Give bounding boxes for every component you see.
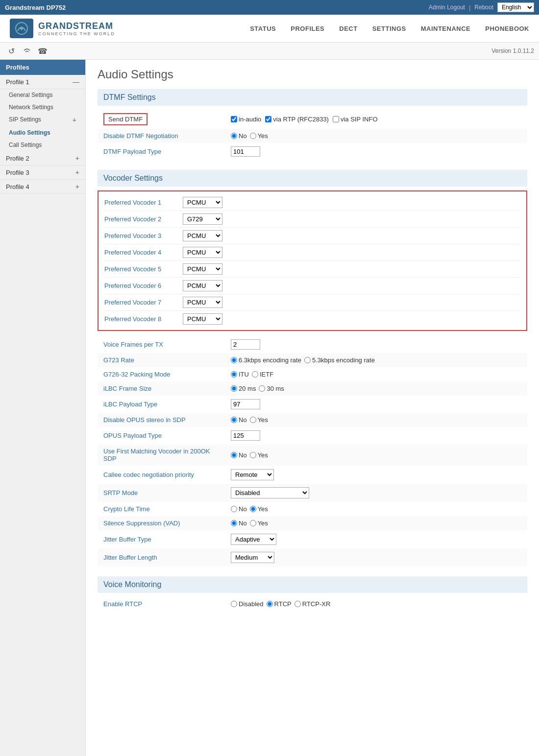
- ilbc-30ms-radio[interactable]: [259, 385, 265, 392]
- callee-codec-select[interactable]: Remote Local: [231, 469, 274, 480]
- sidebar-sub-call[interactable]: Call Settings: [0, 139, 85, 151]
- silence-no-label[interactable]: No: [231, 520, 247, 527]
- jitter-length-select[interactable]: Low Medium High: [231, 552, 274, 563]
- sidebar-sub-network[interactable]: Network Settings: [0, 101, 85, 114]
- sidebar-item-profile4[interactable]: Profile 4 +: [0, 180, 85, 194]
- reboot-link[interactable]: Reboot: [474, 4, 493, 11]
- g723-rate-radios: 6.3kbps encoding rate 5.3kbps encoding r…: [231, 356, 521, 364]
- g723-6kbps-label[interactable]: 6.3kbps encoding rate: [231, 356, 301, 364]
- content: Audio Settings DTMF Settings Send DTMF: [86, 60, 539, 756]
- vocoder-box: Preferred Vocoder 1 PCMUG729G722G723iLBC…: [98, 190, 527, 331]
- nav-settings[interactable]: SETTINGS: [372, 25, 406, 32]
- nav-maintenance[interactable]: MAINTENANCE: [421, 25, 471, 32]
- admin-logout-link[interactable]: Admin Logout: [429, 4, 465, 11]
- vocoder-row-3: Preferred Vocoder 3 PCMUG729G722: [104, 228, 520, 244]
- disable-opus-yes-label[interactable]: Yes: [250, 416, 268, 424]
- profile1-label: Profile 1: [6, 78, 29, 86]
- icons-bar: ↺ ☎ Version 1.0.11.2: [0, 43, 539, 60]
- rtcp-rtcpxr-radio[interactable]: [294, 601, 301, 607]
- srtp-mode-row: SRTP Mode Disabled Enabled but not force…: [98, 484, 527, 502]
- g726-ietf-radio[interactable]: [252, 371, 258, 378]
- language-select[interactable]: English Chinese: [497, 2, 534, 12]
- g726-itu-label[interactable]: ITU: [231, 371, 249, 378]
- in-audio-checkbox[interactable]: [231, 116, 237, 122]
- vocoder-select-2[interactable]: PCMUG729G722G723iLBCOPUS: [183, 213, 222, 225]
- refresh-icon[interactable]: ↺: [5, 45, 18, 57]
- vocoder-select-1[interactable]: PCMUG729G722G723iLBCOPUS: [183, 197, 222, 208]
- ilbc-payload-input[interactable]: [231, 399, 260, 409]
- nav-dect[interactable]: DECT: [339, 25, 357, 32]
- sidebar: Profiles Profile 1 — General Settings Ne…: [0, 60, 86, 756]
- vocoder-select-4[interactable]: PCMUG729G722: [183, 247, 222, 258]
- sidebar-item-profile1[interactable]: Profile 1 —: [0, 75, 85, 89]
- disable-opus-yes-radio[interactable]: [250, 417, 256, 423]
- rtcp-disabled-radio[interactable]: [231, 601, 237, 607]
- ilbc-30ms-label[interactable]: 30 ms: [259, 385, 284, 392]
- profile1-collapse-icon: —: [73, 78, 79, 86]
- dtmf-payload-input[interactable]: [231, 146, 260, 157]
- sidebar-item-profile3[interactable]: Profile 3 +: [0, 165, 85, 180]
- jitter-type-select[interactable]: Adaptive Fixed: [231, 534, 276, 545]
- profile3-label: Profile 3: [6, 169, 29, 176]
- g726-itu-radio[interactable]: [231, 371, 237, 378]
- crypto-no-label[interactable]: No: [231, 505, 247, 513]
- disable-opus-no-label[interactable]: No: [231, 416, 247, 424]
- ilbc-20ms-radio[interactable]: [231, 385, 237, 392]
- nav-phonebook[interactable]: PHONEBOOK: [485, 25, 529, 32]
- via-rtp-checkbox[interactable]: [265, 116, 271, 122]
- disable-neg-yes-radio[interactable]: [250, 133, 256, 139]
- rtcp-disabled-label[interactable]: Disabled: [231, 600, 264, 608]
- vocoder-select-5[interactable]: PCMUG729G722: [183, 263, 222, 275]
- via-rtp-checkbox-label[interactable]: via RTP (RFC2833): [265, 116, 329, 123]
- ilbc-20ms-label[interactable]: 20 ms: [231, 385, 256, 392]
- g726-packing-row: G726-32 Packing Mode ITU IETF: [98, 367, 527, 381]
- phone-icon[interactable]: ☎: [36, 45, 49, 57]
- crypto-yes-radio[interactable]: [250, 506, 256, 512]
- top-bar: Grandstream DP752 Admin Logout | Reboot …: [0, 0, 539, 15]
- vocoder-select-8[interactable]: PCMUG729G722: [183, 313, 222, 325]
- silence-yes-label[interactable]: Yes: [250, 520, 268, 527]
- g723-5kbps-label[interactable]: 5.3kbps encoding rate: [304, 356, 375, 364]
- disable-opus-row: Disable OPUS stereo in SDP No Yes: [98, 413, 527, 427]
- disable-neg-yes-label[interactable]: Yes: [250, 132, 268, 140]
- nav-status[interactable]: STATUS: [250, 25, 276, 32]
- sidebar-sub-general[interactable]: General Settings: [0, 89, 85, 101]
- vocoder-select-3[interactable]: PCMUG729G722: [183, 230, 222, 241]
- sidebar-sub-sip[interactable]: SIP Settings +: [0, 114, 85, 127]
- via-sip-checkbox-label[interactable]: via SIP INFO: [333, 116, 378, 123]
- disable-opus-no-radio[interactable]: [231, 417, 237, 423]
- top-bar-title: Grandstream DP752: [5, 4, 66, 11]
- vocoder-row-2: Preferred Vocoder 2 PCMUG729G722G723iLBC…: [104, 211, 520, 228]
- sidebar-sub-audio[interactable]: Audio Settings: [0, 127, 85, 139]
- signal-icon[interactable]: [21, 45, 33, 57]
- g726-ietf-label[interactable]: IETF: [252, 371, 273, 378]
- silence-no-radio[interactable]: [231, 520, 237, 526]
- voice-frames-input[interactable]: [231, 339, 260, 350]
- disable-neg-no-label[interactable]: No: [231, 132, 247, 140]
- sidebar-item-profile2[interactable]: Profile 2 +: [0, 151, 85, 165]
- send-dtmf-button[interactable]: Send DTMF: [103, 113, 147, 125]
- crypto-yes-label[interactable]: Yes: [250, 505, 268, 513]
- g723-5kbps-radio[interactable]: [304, 357, 311, 363]
- rtcp-rtcp-radio[interactable]: [267, 601, 273, 607]
- rtcp-rtcpxr-label[interactable]: RTCP-XR: [294, 600, 331, 608]
- in-audio-checkbox-label[interactable]: in-audio: [231, 116, 261, 123]
- use-first-no-radio[interactable]: [231, 452, 237, 458]
- vocoder-select-6[interactable]: PCMUG729G722: [183, 280, 222, 291]
- silence-yes-radio[interactable]: [250, 520, 256, 526]
- rtcp-rtcp-label[interactable]: RTCP: [267, 600, 292, 608]
- g723-6kbps-radio[interactable]: [231, 357, 237, 363]
- via-sip-checkbox[interactable]: [333, 116, 339, 122]
- use-first-no-label[interactable]: No: [231, 451, 247, 459]
- disable-neg-no-radio[interactable]: [231, 133, 237, 139]
- use-first-yes-label[interactable]: Yes: [250, 451, 268, 459]
- version-text: Version 1.0.11.2: [491, 47, 534, 54]
- use-first-yes-radio[interactable]: [250, 452, 256, 458]
- nav-profiles[interactable]: PROFILES: [291, 25, 324, 32]
- crypto-lifetime-row: Crypto Life Time No Yes: [98, 502, 527, 516]
- srtp-mode-select[interactable]: Disabled Enabled but not forced Enabled …: [231, 487, 309, 498]
- vocoder-select-7[interactable]: PCMUG729G722: [183, 297, 222, 308]
- crypto-no-radio[interactable]: [231, 506, 237, 512]
- ilbc-payload-row: iLBC Payload Type: [98, 396, 527, 413]
- opus-payload-input[interactable]: [231, 430, 260, 441]
